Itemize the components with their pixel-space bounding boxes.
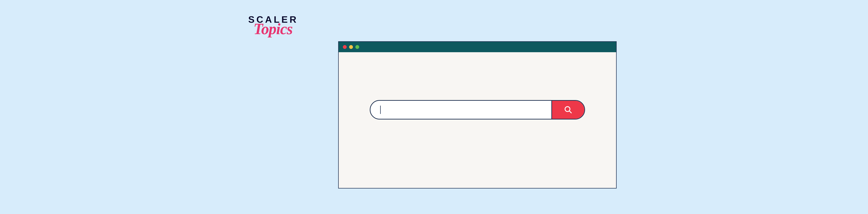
search-bar	[370, 100, 585, 119]
svg-line-1	[569, 111, 571, 113]
close-icon[interactable]	[343, 45, 347, 49]
maximize-icon[interactable]	[355, 45, 359, 49]
minimize-icon[interactable]	[349, 45, 353, 49]
search-input[interactable]	[370, 101, 551, 119]
browser-content	[339, 52, 616, 188]
logo-line2: Topics	[253, 23, 292, 35]
browser-window	[338, 41, 617, 188]
scaler-topics-logo: SCALER Topics	[248, 15, 298, 35]
search-button[interactable]	[551, 101, 584, 119]
search-icon	[564, 106, 572, 114]
window-title-bar	[339, 42, 616, 52]
